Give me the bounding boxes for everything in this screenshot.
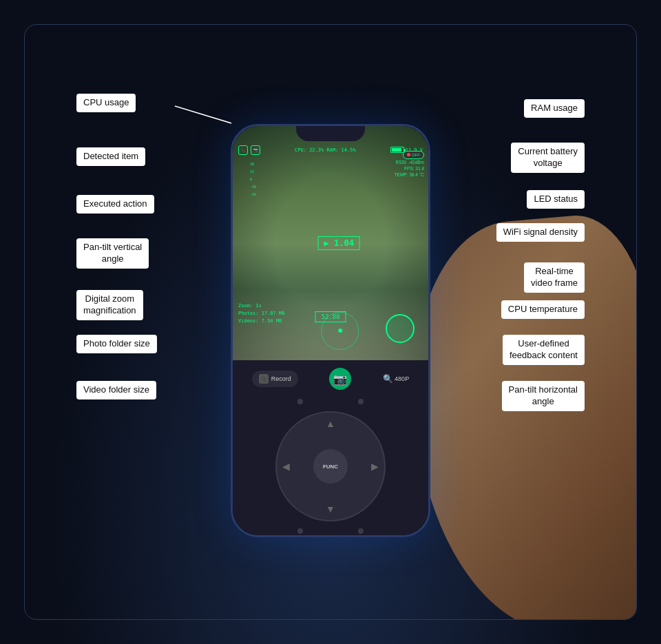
- label-video-folder: Video folder size: [76, 381, 156, 399]
- detected-item-text: Detected item: [83, 151, 138, 161]
- phone-device: 📞 📷 CPU: 22.3% RAM: 14.5% 1: [231, 124, 430, 537]
- dpad-up[interactable]: ▲: [326, 418, 335, 429]
- led-dot: [407, 153, 410, 156]
- hud-overlay: 📞 📷 CPU: 22.3% RAM: 14.5% 1: [233, 126, 428, 360]
- camera-icon: 📷: [333, 373, 347, 386]
- hud-cpu-ram: CPU: 22.3% RAM: 14.5%: [295, 147, 356, 153]
- label-executed-action: Executed action: [76, 195, 154, 214]
- hand-image: [399, 210, 637, 620]
- label-digital-zoom: Digital zoommagnification: [76, 290, 143, 320]
- side-dot-bl: [297, 528, 303, 534]
- label-ram-usage: RAM usage: [524, 99, 585, 118]
- led-indicator: OFF: [403, 151, 424, 159]
- wifi-signal-text: WiFi signal density: [503, 227, 578, 237]
- dpad: ▲ ▼ ◀ ▶ FUNC: [275, 411, 386, 521]
- side-dot-right: [358, 399, 364, 404]
- connector-lines: [25, 25, 231, 128]
- dpad-left[interactable]: ◀: [282, 461, 290, 472]
- executed-action-text: Executed action: [83, 198, 147, 209]
- svg-line-0: [175, 106, 231, 128]
- scale-n45: -45: [250, 191, 256, 198]
- zoom-icon: 🔍: [383, 374, 393, 384]
- side-dot-br: [358, 528, 364, 534]
- led-status-text: LED status: [534, 194, 578, 204]
- label-wifi-signal: WiFi signal density: [496, 223, 585, 242]
- rssi-value: RSSI: -42dBm: [395, 159, 424, 165]
- cpu-value: CPU: 22.3%: [295, 147, 324, 153]
- scale-0: 0: [250, 176, 256, 183]
- videos-label: Videos: 7.54 MB: [238, 318, 284, 325]
- label-cpu-temp: CPU temperature: [501, 300, 585, 319]
- scale-marks: 30 15 0 -30 -45: [250, 160, 256, 198]
- phone-notch: [296, 126, 365, 141]
- label-photo-folder: Photo folder size: [76, 335, 157, 353]
- side-dot-left: [297, 399, 303, 404]
- label-realtime-frame: Real-timevideo frame: [524, 262, 585, 293]
- record-dot-button[interactable]: [386, 314, 415, 343]
- ram-usage-text: RAM usage: [531, 103, 578, 113]
- camera-mode-icon: 📷: [251, 145, 260, 155]
- compass-gauge: [321, 312, 359, 350]
- dpad-right[interactable]: ▶: [371, 461, 379, 472]
- label-cpu-usage: CPU usage: [76, 94, 136, 112]
- phone-icon: 📞: [238, 145, 248, 155]
- hud-right-stats: OFF RSSI: -42dBm FPS: 31.8 TEMP: 38.4 °C: [395, 149, 424, 178]
- cpu-temp-text: CPU temperature: [508, 304, 578, 314]
- compass-dot: [338, 329, 342, 333]
- record-label: Record: [271, 375, 291, 382]
- record-button[interactable]: 🎥 Record: [252, 371, 298, 387]
- realtime-frame-text: Real-timevideo frame: [531, 266, 578, 288]
- temp-value: TEMP: 38.4 °C: [395, 172, 424, 178]
- dpad-area: ▲ ▼ ◀ ▶ FUNC: [233, 398, 428, 535]
- zoom-value: 1.04: [334, 238, 354, 248]
- video-folder-text: Video folder size: [83, 384, 149, 395]
- led-value: OFF: [412, 152, 420, 158]
- photos-label: Photos: 17.87 MB: [238, 310, 284, 318]
- folder-stats: Zoom: 1x Photos: 17.87 MB Videos: 7.54 M…: [238, 302, 284, 326]
- label-led-status: LED status: [527, 190, 585, 209]
- record-icon: 🎥: [259, 374, 269, 384]
- func-button[interactable]: FUNC: [313, 449, 348, 484]
- ram-value: RAM: 14.5%: [326, 147, 355, 153]
- user-feedback-text: User-definedfeedback content: [510, 338, 578, 360]
- digital-zoom-text: Digital zoommagnification: [83, 293, 136, 315]
- cpu-usage-text: CPU usage: [83, 97, 129, 107]
- label-detected-item: Detected item: [76, 147, 145, 166]
- label-pan-tilt-horizontal: Pan-tilt horizontalangle: [502, 381, 585, 411]
- scale-15: 15: [250, 168, 256, 176]
- scale-30: 30: [250, 160, 256, 168]
- battery-voltage-text: Current batteryvoltage: [518, 146, 578, 168]
- controls-bar: 🎥 Record 📷 🔍 480P: [233, 360, 428, 398]
- label-pan-tilt-vertical: Pan-tilt verticalangle: [76, 238, 149, 269]
- fps-value: FPS: 31.8: [395, 165, 424, 172]
- zoom-box: ▶ 1.04: [318, 236, 360, 250]
- side-dots-bottom: [297, 528, 364, 534]
- resolution-label: 480P: [395, 375, 409, 382]
- label-battery-voltage: Current batteryvoltage: [511, 143, 585, 173]
- scale-n30: -30: [250, 183, 256, 191]
- zoom-label: Zoom: 1x: [238, 302, 284, 310]
- side-dots: [297, 399, 364, 404]
- phone-screen: 📞 📷 CPU: 22.3% RAM: 14.5% 1: [233, 126, 428, 535]
- outer-frame: 📞 📷 CPU: 22.3% RAM: 14.5% 1: [24, 24, 637, 620]
- zoom-control[interactable]: 🔍 480P: [383, 374, 409, 384]
- func-label: FUNC: [323, 464, 338, 470]
- camera-view: 📞 📷 CPU: 22.3% RAM: 14.5% 1: [233, 126, 428, 360]
- pan-tilt-vertical-text: Pan-tilt verticalangle: [83, 242, 142, 264]
- dpad-down[interactable]: ▼: [326, 503, 335, 515]
- label-user-feedback: User-definedfeedback content: [503, 335, 585, 365]
- pan-tilt-horizontal-text: Pan-tilt horizontalangle: [509, 384, 578, 406]
- photo-folder-text: Photo folder size: [83, 338, 150, 349]
- photo-button[interactable]: 📷: [329, 368, 351, 390]
- hud-icons: 📞 📷: [238, 145, 260, 155]
